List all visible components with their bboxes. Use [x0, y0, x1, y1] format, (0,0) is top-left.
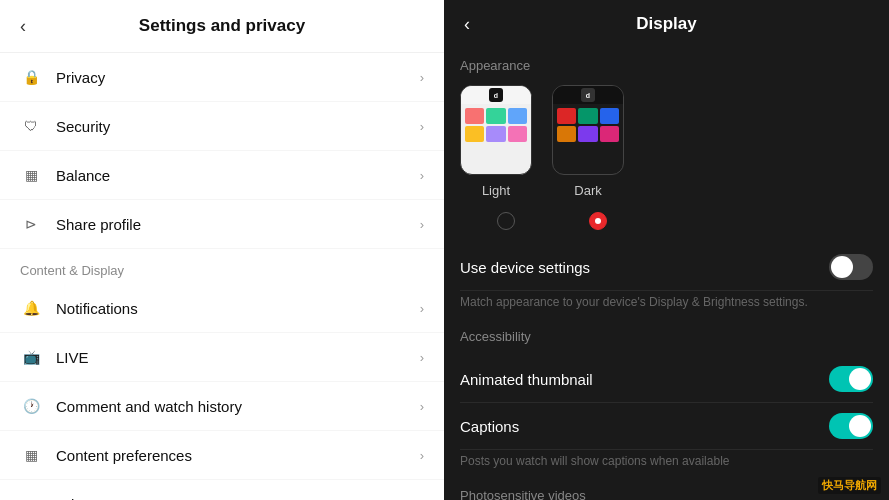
appearance-section-header: Appearance — [460, 48, 873, 85]
ads-label: Ads — [56, 496, 420, 501]
left-back-icon[interactable]: ‹ — [20, 16, 26, 37]
light-colors-grid — [461, 104, 531, 146]
color-block — [465, 108, 484, 124]
ads-icon: ◂ — [20, 493, 42, 500]
live-label: LIVE — [56, 349, 420, 366]
privacy-chevron: › — [420, 70, 424, 85]
menu-item-notifications[interactable]: 🔔 Notifications › — [0, 284, 444, 333]
notifications-label: Notifications — [56, 300, 420, 317]
light-theme-label: Light — [482, 183, 510, 198]
dark-theme-preview: d — [552, 85, 624, 175]
light-radio[interactable] — [470, 212, 542, 230]
right-title: Display — [636, 14, 696, 34]
dark-theme-label: Dark — [574, 183, 601, 198]
content-pref-chevron: › — [420, 448, 424, 463]
light-theme-preview: d — [460, 85, 532, 175]
captions-label: Captions — [460, 418, 829, 435]
share-profile-icon: ⊳ — [20, 213, 42, 235]
color-block — [578, 108, 597, 124]
animated-thumbnail-label: Animated thumbnail — [460, 371, 829, 388]
accessibility-section-header: Accessibility — [460, 319, 873, 356]
live-icon: 📺 — [20, 346, 42, 368]
photosensitive-section-header: Photosensitive videos — [460, 478, 873, 500]
light-phone-header: d — [461, 86, 531, 104]
share-profile-label: Share profile — [56, 216, 420, 233]
color-block — [600, 126, 619, 142]
dark-phone-header: d — [553, 86, 623, 104]
left-title: Settings and privacy — [139, 16, 305, 36]
balance-icon: ▦ — [20, 164, 42, 186]
theme-cards: d Light — [460, 85, 873, 198]
content-pref-icon: ▦ — [20, 444, 42, 466]
animated-thumbnail-toggle[interactable] — [829, 366, 873, 392]
dark-radio[interactable] — [562, 212, 634, 230]
comment-watch-chevron: › — [420, 399, 424, 414]
menu-item-content-pref[interactable]: ▦ Content preferences › — [0, 431, 444, 480]
use-device-settings-row: Use device settings — [460, 244, 873, 291]
privacy-label: Privacy — [56, 69, 420, 86]
right-back-icon[interactable]: ‹ — [464, 14, 470, 35]
menu-item-balance[interactable]: ▦ Balance › — [0, 151, 444, 200]
content-pref-label: Content preferences — [56, 447, 420, 464]
right-header: ‹ Display — [444, 0, 889, 48]
left-menu: 🔒 Privacy › 🛡 Security › ▦ Balance › ⊳ S… — [0, 53, 444, 500]
color-block — [486, 108, 505, 124]
notifications-chevron: › — [420, 301, 424, 316]
menu-item-comment-watch[interactable]: 🕐 Comment and watch history › — [0, 382, 444, 431]
menu-item-share-profile[interactable]: ⊳ Share profile › — [0, 200, 444, 249]
color-block — [486, 126, 505, 142]
captions-toggle-knob — [849, 415, 871, 437]
comment-watch-label: Comment and watch history — [56, 398, 420, 415]
balance-chevron: › — [420, 168, 424, 183]
theme-card-dark[interactable]: d Dark — [552, 85, 624, 198]
menu-item-security[interactable]: 🛡 Security › — [0, 102, 444, 151]
dark-colors-grid — [553, 104, 623, 146]
captions-toggle[interactable] — [829, 413, 873, 439]
ads-chevron: › — [420, 497, 424, 501]
captions-row: Captions — [460, 403, 873, 450]
notifications-icon: 🔔 — [20, 297, 42, 319]
dark-radio-dot[interactable] — [589, 212, 607, 230]
dark-tiktok-logo: d — [581, 88, 595, 102]
color-block — [557, 108, 576, 124]
right-panel: ‹ Display Appearance d — [444, 0, 889, 500]
content-display-section: Content & Display — [0, 249, 444, 284]
security-chevron: › — [420, 119, 424, 134]
animated-thumbnail-row: Animated thumbnail — [460, 356, 873, 403]
live-chevron: › — [420, 350, 424, 365]
animated-thumbnail-knob — [849, 368, 871, 390]
menu-item-ads[interactable]: ◂ Ads › — [0, 480, 444, 500]
captions-sublabel: Posts you watch will show captions when … — [460, 450, 873, 478]
right-content: Appearance d — [444, 48, 889, 500]
left-header: ‹ Settings and privacy — [0, 0, 444, 53]
menu-item-privacy[interactable]: 🔒 Privacy › — [0, 53, 444, 102]
left-panel: ‹ Settings and privacy 🔒 Privacy › 🛡 Sec… — [0, 0, 444, 500]
theme-radio-row — [460, 212, 873, 230]
color-block — [508, 126, 527, 142]
security-label: Security — [56, 118, 420, 135]
color-block — [557, 126, 576, 142]
use-device-settings-label: Use device settings — [460, 259, 829, 276]
light-tiktok-logo: d — [489, 88, 503, 102]
share-profile-chevron: › — [420, 217, 424, 232]
use-device-settings-sublabel: Match appearance to your device's Displa… — [460, 291, 873, 319]
watermark: 快马导航网 — [818, 477, 881, 494]
color-block — [600, 108, 619, 124]
security-icon: 🛡 — [20, 115, 42, 137]
use-device-toggle-knob — [831, 256, 853, 278]
menu-item-live[interactable]: 📺 LIVE › — [0, 333, 444, 382]
use-device-settings-toggle[interactable] — [829, 254, 873, 280]
privacy-icon: 🔒 — [20, 66, 42, 88]
balance-label: Balance — [56, 167, 420, 184]
theme-card-light[interactable]: d Light — [460, 85, 532, 198]
color-block — [508, 108, 527, 124]
comment-watch-icon: 🕐 — [20, 395, 42, 417]
color-block — [578, 126, 597, 142]
color-block — [465, 126, 484, 142]
light-radio-dot[interactable] — [497, 212, 515, 230]
